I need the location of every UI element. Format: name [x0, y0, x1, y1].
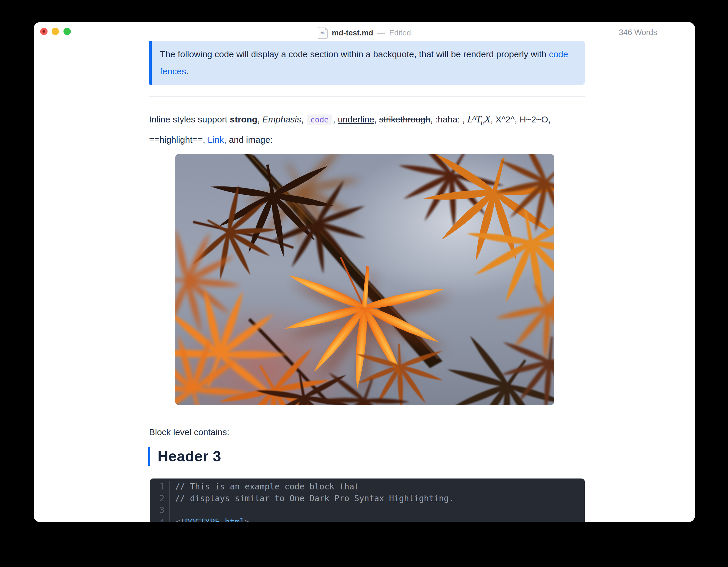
blockquote-period: .: [186, 66, 188, 76]
code-line: 2// displays similar to One Dark Pro Syn…: [150, 493, 585, 504]
separator-text: , and image:: [224, 135, 273, 145]
link[interactable]: Link: [208, 135, 224, 145]
strikethrough-text: strikethrough: [379, 115, 430, 124]
header3-title: Header 3: [150, 448, 221, 465]
code-content: // This is an example code block that: [170, 481, 359, 493]
line-number: 1: [150, 481, 170, 493]
markdown-editor-window: M↓ md-test.md — Edited 346 Words The fol…: [34, 22, 695, 522]
blockquote-text: The following code will display a code s…: [160, 49, 549, 59]
header3: Header 3: [148, 447, 221, 466]
separator-text: ,: [374, 115, 379, 124]
strong-text: strong: [230, 115, 257, 124]
latex-letter: X: [484, 114, 491, 125]
block-level-label: Block level contains:: [149, 426, 229, 439]
blockquote: The following code will display a code s…: [149, 41, 585, 85]
code-line: 1// This is an example code block that: [150, 481, 585, 493]
separator-text: , :haha: ,: [430, 115, 467, 124]
code-content: [170, 504, 175, 516]
code-block-lines: 1// This is an example code block that2/…: [150, 481, 585, 522]
line-number: 4: [150, 516, 170, 522]
inline-styles-paragraph: Inline styles support strong, Emphasis, …: [149, 110, 588, 148]
latex-logo: LATEX: [467, 114, 491, 125]
code-block: 1// This is an example code block that2/…: [150, 478, 585, 522]
document-area: The following code will display a code s…: [34, 22, 695, 522]
paragraph-text: Inline styles support: [149, 115, 230, 124]
line-number: 3: [150, 504, 170, 516]
separator-text: ,: [257, 115, 262, 124]
code-content: <!DOCTYPE html>: [170, 516, 250, 522]
line-number: 2: [150, 493, 170, 504]
code-line: 4<!DOCTYPE html>: [150, 516, 585, 522]
latex-letter: E: [480, 119, 485, 127]
code-content: // displays similar to One Dark Pro Synt…: [170, 493, 454, 504]
leaves-photo: [175, 154, 554, 405]
underline-text: underline: [338, 115, 374, 124]
inline-code: code: [307, 115, 332, 125]
horizontal-rule: [149, 97, 585, 97]
separator-text: ,: [333, 115, 338, 124]
separator-text: ,: [301, 115, 306, 124]
code-line: 3: [150, 504, 585, 516]
emphasis-text: Emphasis: [262, 115, 301, 124]
